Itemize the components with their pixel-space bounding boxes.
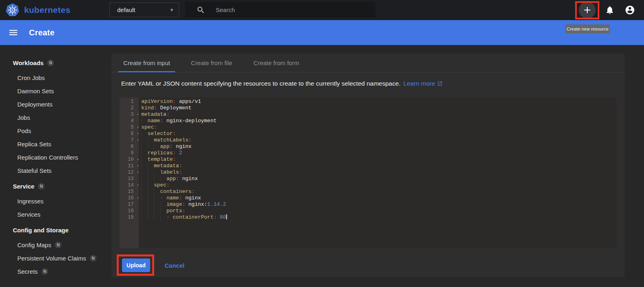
cancel-button[interactable]: Cancel: [165, 262, 184, 269]
namespace-value: default: [117, 6, 170, 13]
tab-create-from-form[interactable]: Create from form: [244, 53, 309, 72]
fold-toggle-icon[interactable]: ▾: [137, 158, 139, 162]
line-number: 8: [120, 144, 139, 150]
brand-home-link[interactable]: kubernetes: [6, 3, 70, 17]
line-number: 19: [120, 214, 139, 221]
fold-toggle-icon[interactable]: ▾: [137, 196, 139, 200]
appbar: Create: [0, 20, 644, 45]
namespace-selector[interactable]: default ▾: [109, 2, 179, 17]
fold-toggle-icon[interactable]: ▾: [137, 113, 139, 117]
indent-guides: [141, 182, 154, 188]
instructions-text: Enter YAML or JSON content specifying th…: [121, 78, 616, 89]
tab-label: Create from form: [254, 59, 299, 66]
namespaced-badge: N: [41, 268, 48, 275]
sidebar-item-config-maps[interactable]: Config MapsN: [0, 238, 111, 252]
sidebar-item-cron-jobs[interactable]: Cron Jobs: [0, 71, 111, 84]
sidebar-item-label: Daemon Sets: [17, 88, 54, 94]
sidebar-section-label: Service: [13, 183, 34, 190]
active-tab-underline: [118, 71, 175, 72]
sidebar-item-pods[interactable]: Pods: [0, 124, 111, 137]
sidebar-item-secrets[interactable]: SecretsN: [0, 265, 111, 278]
sidebar-item-ingresses[interactable]: Ingresses: [0, 195, 111, 208]
editor-gutter-cell: 7▾: [120, 137, 139, 144]
sidebar-item-replica-sets[interactable]: Replica Sets: [0, 137, 111, 151]
code-line: 5▾spec:: [120, 124, 617, 131]
fold-toggle-icon[interactable]: ▾: [137, 170, 139, 174]
code-line: 11▾ metadata:: [120, 163, 617, 169]
code-line: 4 name: nginx-deployment: [120, 118, 617, 124]
editor-lines: 1apiVersion: apps/v12kind: Deployment3▾m…: [120, 98, 617, 221]
tab-label: Create from input: [124, 59, 170, 66]
code-text: metadata:: [139, 111, 169, 118]
line-number: 15: [120, 189, 139, 195]
sidebar-item-replication-controllers[interactable]: Replication Controllers: [0, 151, 111, 164]
sidebar-item-jobs[interactable]: Jobs: [0, 111, 111, 124]
line-number: 7: [120, 137, 139, 144]
fold-toggle-icon[interactable]: ▾: [137, 132, 139, 136]
namespaced-badge: N: [38, 183, 45, 190]
code-text: apiVersion: apps/v1: [139, 98, 201, 105]
indent-guides: [141, 169, 160, 175]
indent-guides: [141, 189, 160, 195]
notifications-button[interactable]: [601, 2, 618, 18]
editor-gutter-cell: 3▾: [120, 111, 139, 118]
fold-toggle-icon[interactable]: ▾: [137, 183, 139, 187]
plus-icon: [582, 5, 592, 15]
sidebar-section-config-and-storage: Config and Storage: [0, 225, 111, 235]
editor-gutter-cell: 10▾: [120, 156, 139, 163]
namespaced-badge: N: [47, 59, 54, 66]
sidebar-item-label: Jobs: [17, 114, 30, 121]
editor-gutter-cell: 1: [120, 98, 139, 105]
sidebar-item-services[interactable]: Services: [0, 208, 111, 221]
namespaced-badge: N: [55, 242, 62, 248]
indent-guides: [141, 195, 160, 201]
editor-gutter-cell: 12▾: [120, 169, 139, 176]
sidebar-item-label: Cron Jobs: [17, 74, 45, 81]
search-icon: [196, 6, 205, 14]
sidebar-item-label: Persistent Volume Claims: [17, 255, 86, 262]
line-number: 5: [120, 124, 139, 131]
editor-gutter-cell: 6▾: [120, 131, 139, 137]
sidebar-item-label: Pods: [17, 127, 31, 134]
code-line: 19 - containerPort: 80: [120, 214, 617, 221]
sidebar-item-stateful-sets[interactable]: Stateful Sets: [0, 164, 111, 177]
topbar: kubernetes default ▾: [0, 0, 644, 20]
code-text: template:: [139, 156, 176, 163]
code-line: 15 containers:: [120, 189, 617, 195]
yaml-editor[interactable]: 1apiVersion: apps/v12kind: Deployment3▾m…: [120, 98, 617, 248]
bell-icon: [605, 5, 615, 15]
code-line: 18 ports:: [120, 208, 617, 214]
tab-create-from-file[interactable]: Create from file: [179, 53, 244, 72]
code-text: - containerPort: 80: [139, 214, 227, 221]
fold-toggle-icon[interactable]: ▾: [137, 138, 139, 142]
indent-guides: [141, 137, 154, 143]
sidebar-item-daemon-sets[interactable]: Daemon Sets: [0, 84, 111, 98]
line-number: 9: [120, 150, 139, 156]
editor-gutter-cell: 18: [120, 208, 139, 214]
code-text: selector:: [139, 131, 176, 137]
search-input[interactable]: [216, 2, 369, 18]
learn-more-link[interactable]: Learn more: [403, 80, 443, 87]
tooltip-create-new-resource: Create new resource: [566, 25, 610, 33]
fold-toggle-icon[interactable]: ▾: [137, 164, 139, 168]
line-number: 6: [120, 131, 139, 137]
menu-button[interactable]: [8, 27, 19, 38]
code-text: metadata:: [139, 163, 182, 169]
tab-create-from-input[interactable]: Create from input: [114, 53, 179, 72]
code-text: replicas: 2: [139, 150, 182, 156]
indent-guides: [141, 118, 148, 124]
upload-button[interactable]: Upload: [122, 258, 150, 272]
sidebar-item-label: Secrets: [17, 268, 38, 275]
code-text: matchLabels:: [139, 137, 192, 144]
code-line: 3▾metadata:: [120, 111, 617, 118]
editor-gutter-cell: 8: [120, 144, 139, 150]
sidebar: WorkloadsNCron JobsDaemon SetsDeployment…: [0, 45, 111, 287]
indent-guides: [141, 131, 148, 137]
create-resource-button[interactable]: [579, 2, 596, 18]
account-button[interactable]: [621, 2, 638, 18]
sidebar-item-persistent-volume-claims[interactable]: Persistent Volume ClaimsN: [0, 252, 111, 265]
fold-toggle-icon[interactable]: ▾: [137, 125, 139, 129]
chevron-down-icon: ▾: [170, 7, 173, 13]
indent-guides: [141, 144, 160, 150]
sidebar-item-deployments[interactable]: Deployments: [0, 98, 111, 111]
